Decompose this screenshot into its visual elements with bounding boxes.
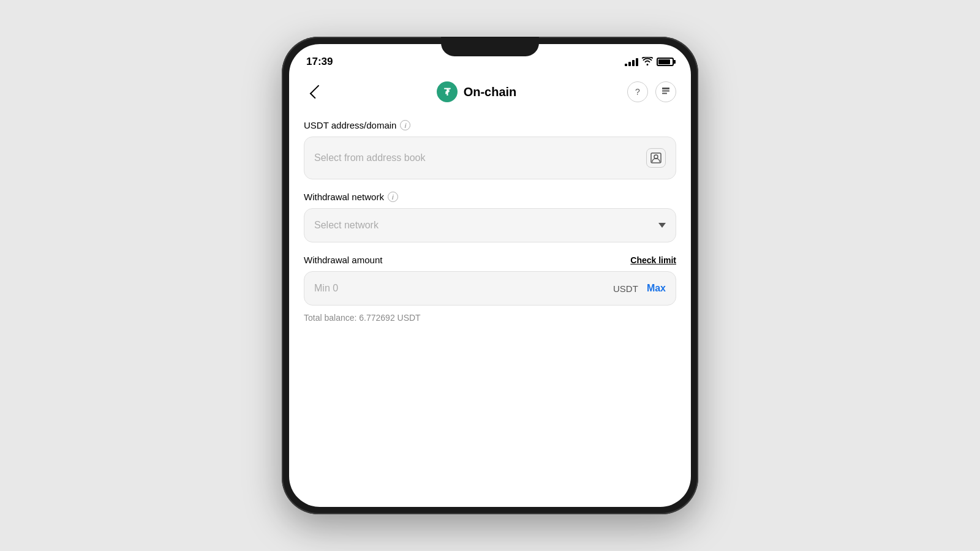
amount-header-group: Withdrawal amount Check limit [304, 255, 676, 265]
header-actions: ? [627, 81, 676, 102]
back-chevron-icon [310, 85, 324, 99]
battery-icon [657, 58, 674, 66]
max-button[interactable]: Max [647, 283, 666, 294]
page-title: On-chain [464, 85, 517, 99]
svg-rect-1 [662, 90, 669, 91]
check-limit-button[interactable]: Check limit [630, 255, 676, 265]
address-field-label: USDT address/domain [304, 120, 396, 130]
address-placeholder: Select from address book [314, 152, 425, 163]
help-button[interactable]: ? [627, 81, 648, 102]
address-input[interactable]: Select from address book [304, 137, 676, 179]
svg-rect-2 [662, 92, 667, 94]
svg-rect-0 [662, 88, 669, 89]
back-button[interactable] [304, 81, 326, 103]
status-icons [625, 57, 674, 67]
total-balance-text: Total balance: 6.772692 USDT [304, 313, 676, 323]
chevron-down-icon [658, 223, 666, 228]
phone-frame: 17:39 [282, 37, 698, 514]
tether-logo: ₮ [437, 81, 458, 102]
history-button[interactable] [655, 81, 676, 102]
amount-placeholder: Min 0 [314, 283, 338, 294]
page-header: ₮ On-chain ? [289, 75, 691, 113]
amount-currency: USDT [613, 283, 638, 294]
help-icon: ? [635, 87, 640, 97]
signal-icon [625, 58, 638, 66]
amount-field-label: Withdrawal amount [304, 255, 382, 265]
amount-input[interactable]: Min 0 USDT Max [304, 271, 676, 305]
network-info-icon[interactable]: i [388, 192, 398, 202]
phone-screen: 17:39 [289, 44, 691, 507]
address-book-icon[interactable] [646, 148, 666, 168]
svg-point-4 [654, 155, 658, 159]
network-field-label: Withdrawal network [304, 192, 384, 202]
status-time: 17:39 [306, 56, 333, 68]
phone-notch [441, 37, 539, 56]
address-label-group: USDT address/domain i [304, 120, 676, 130]
header-title-group: ₮ On-chain [437, 81, 517, 102]
network-label-group: Withdrawal network i [304, 192, 676, 202]
network-select[interactable]: Select network [304, 208, 676, 242]
form-content: USDT address/domain i Select from addres… [289, 113, 691, 507]
amount-label-group: Withdrawal amount [304, 255, 382, 265]
wifi-icon [642, 57, 653, 67]
address-info-icon[interactable]: i [400, 120, 410, 130]
amount-right-group: USDT Max [613, 283, 666, 294]
network-placeholder: Select network [314, 220, 379, 231]
history-icon [661, 86, 671, 98]
